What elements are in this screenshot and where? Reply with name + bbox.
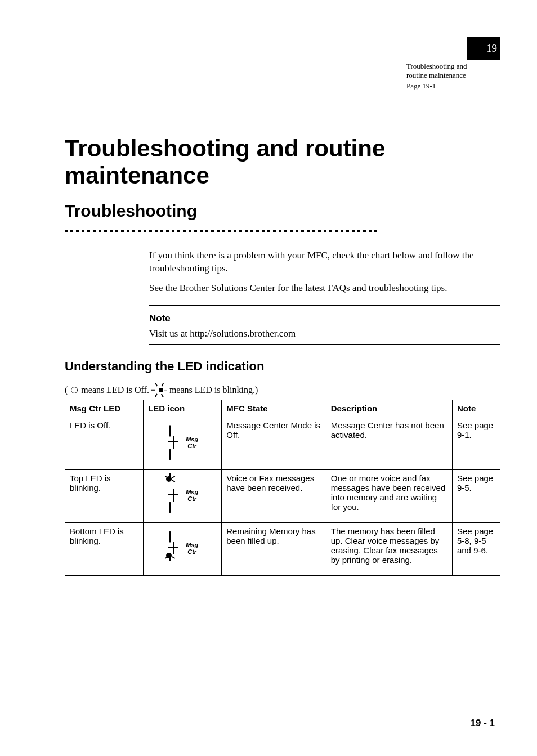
- page-content: Troubleshooting and routine maintenance …: [65, 135, 500, 576]
- caption-off-text: means LED is Off.: [81, 385, 149, 395]
- cell-led-icon: Msg Ctr: [144, 522, 222, 575]
- cell-note: See page 9-5.: [452, 469, 500, 522]
- msg-ctr-icon-both-off: Msg Ctr: [163, 423, 202, 462]
- cell-note: See page 5-8, 9-5 and 9-6.: [452, 522, 500, 575]
- caption-open-paren: (: [65, 385, 68, 395]
- msg-ctr-label: Msg Ctr: [182, 489, 202, 502]
- cell-mfc-state: Voice or Fax messages have been received…: [222, 469, 326, 522]
- note-title: Note: [149, 312, 500, 325]
- cell-led-state: LED is Off.: [65, 417, 144, 469]
- running-head: Troubleshooting and routine maintenance …: [406, 62, 502, 91]
- footer-page-number: 19 - 1: [471, 718, 495, 729]
- intro-paragraph-1: If you think there is a problem with you…: [149, 249, 500, 275]
- col-header-desc: Description: [326, 400, 452, 417]
- cell-description: The memory has been filled up. Clear voi…: [326, 522, 452, 575]
- cell-description: One or more voice and fax messages have …: [326, 469, 452, 522]
- cell-mfc-state: Remaining Memory has been filled up.: [222, 522, 326, 575]
- cell-led-icon: Msg Ctr: [144, 469, 222, 522]
- cell-note: See page 9-1.: [452, 417, 500, 469]
- note-rule-bottom: [149, 344, 500, 345]
- caption-flash-text: means LED is blinking.): [169, 385, 258, 395]
- table-row: Bottom LED is blinking. Msg Ctr: [65, 522, 500, 575]
- table-header-row: Msg Ctr LED LED icon MFC State Descripti…: [65, 400, 500, 417]
- cell-mfc-state: Message Center Mode is Off.: [222, 417, 326, 469]
- cell-description: Message Center has not been activated.: [326, 417, 452, 469]
- intro-paragraph-2: See the Brother Solutions Center for the…: [149, 282, 500, 295]
- led-flash-icon: [156, 385, 166, 395]
- running-head-line1: Troubleshooting and: [406, 62, 502, 71]
- led-section-heading: Understanding the LED indication: [65, 359, 500, 374]
- note-body: Visit us at http://solutions.brother.com: [149, 328, 500, 341]
- msg-ctr-label: Msg Ctr: [182, 436, 202, 449]
- table-row: Top LED is blinking. Msg Ctr: [65, 469, 500, 522]
- chapter-number: 19: [486, 42, 497, 55]
- led-table: Msg Ctr LED LED icon MFC State Descripti…: [65, 400, 500, 576]
- chapter-tab: 19: [467, 37, 500, 60]
- cell-led-icon: Msg Ctr: [144, 417, 222, 469]
- running-head-page: Page 19-1: [406, 82, 502, 91]
- cell-led-state: Top LED is blinking.: [65, 469, 144, 522]
- cell-led-state: Bottom LED is blinking.: [65, 522, 144, 575]
- note-rule-top: [149, 305, 500, 306]
- dotted-divider: [65, 230, 500, 232]
- led-caption: ( means LED is Off. means LED is blinkin…: [65, 385, 500, 395]
- running-head-line2: routine maintenance: [406, 71, 502, 80]
- page-subtitle: Troubleshooting: [65, 202, 500, 221]
- led-off-icon: [71, 387, 78, 393]
- col-header-icon: LED icon: [144, 400, 222, 417]
- msg-ctr-label: Msg Ctr: [182, 542, 202, 555]
- col-header-state: MFC State: [222, 400, 326, 417]
- col-header-note: Note: [452, 400, 500, 417]
- page-title: Troubleshooting and routine maintenance: [65, 135, 500, 189]
- col-header-led: Msg Ctr LED: [65, 400, 144, 417]
- msg-ctr-icon-top-flash: Msg Ctr: [163, 476, 202, 515]
- table-row: LED is Off. Msg Ctr Message Center Mode …: [65, 417, 500, 469]
- body-column: If you think there is a problem with you…: [149, 249, 500, 345]
- msg-ctr-icon-bottom-flash: Msg Ctr: [163, 529, 202, 568]
